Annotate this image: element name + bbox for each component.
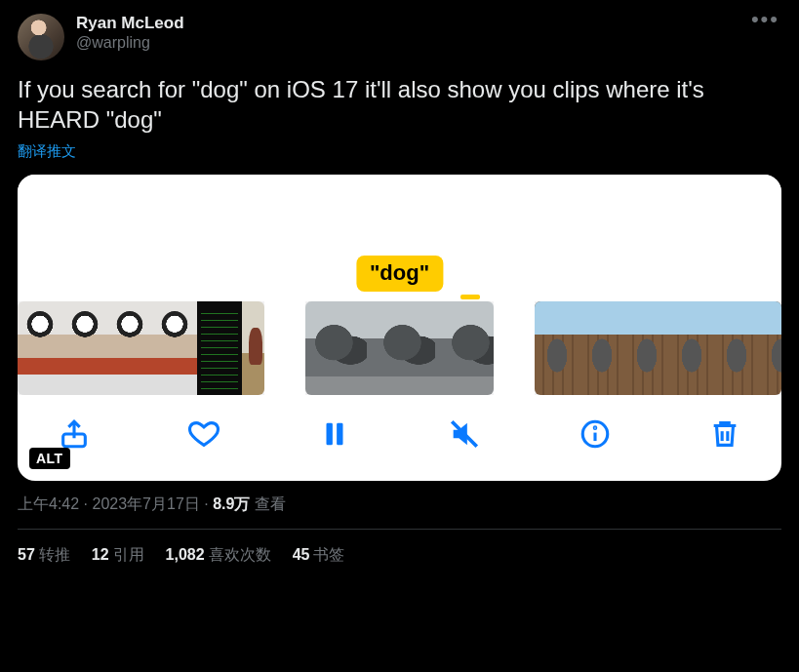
more-options-button[interactable]: ••• xyxy=(749,14,781,25)
thumbnail xyxy=(759,301,781,395)
retweets-stat[interactable]: 57转推 xyxy=(18,545,70,566)
thumbnail xyxy=(107,301,152,395)
tweet-date[interactable]: 2023年7月17日 xyxy=(92,495,199,512)
trash-icon xyxy=(708,417,741,455)
thumbnail xyxy=(18,301,62,395)
likes-stat[interactable]: 1,082喜欢次数 xyxy=(166,545,271,566)
thumbnail xyxy=(579,301,624,395)
media-preview-top: "dog" xyxy=(18,175,781,301)
pause-button[interactable] xyxy=(315,416,354,455)
tweet-meta: 上午4:42 · 2023年7月17日 · 8.9万 查看 xyxy=(18,494,781,515)
quotes-label: 引用 xyxy=(113,546,144,563)
info-button[interactable] xyxy=(576,416,615,455)
tweet-text: If you search for "dog" on iOS 17 it'll … xyxy=(18,74,781,135)
alt-badge[interactable]: ALT xyxy=(29,448,70,469)
display-name: Ryan McLeod xyxy=(76,14,749,33)
thumbnail xyxy=(305,301,374,395)
thumbnail xyxy=(152,301,197,395)
translate-link[interactable]: 翻译推文 xyxy=(18,142,781,161)
likes-count: 1,082 xyxy=(166,546,205,563)
thumbnail xyxy=(669,301,714,395)
speaker-muted-icon xyxy=(448,417,481,455)
quotes-count: 12 xyxy=(92,546,109,563)
video-filmstrip[interactable] xyxy=(18,301,781,395)
retweets-count: 57 xyxy=(18,546,35,563)
thumbnail xyxy=(535,301,579,395)
heart-icon xyxy=(187,417,220,455)
quotes-stat[interactable]: 12引用 xyxy=(92,545,144,566)
clip-gap xyxy=(264,301,305,395)
svg-point-6 xyxy=(594,427,595,428)
pause-icon xyxy=(318,417,351,455)
clip-gap xyxy=(494,301,535,395)
svg-rect-2 xyxy=(337,423,342,446)
thumbnail xyxy=(242,301,264,395)
timeline-marker xyxy=(460,295,480,299)
tweet-header: Ryan McLeod @warpling ••• xyxy=(18,14,781,60)
media-toolbar xyxy=(18,395,781,481)
handle: @warpling xyxy=(76,33,749,53)
bookmarks-stat[interactable]: 45书签 xyxy=(293,545,345,566)
thumbnail xyxy=(624,301,669,395)
author-names[interactable]: Ryan McLeod @warpling xyxy=(76,14,749,53)
search-term-pill: "dog" xyxy=(356,256,443,292)
thumbnail xyxy=(197,301,242,395)
clip-group-1[interactable] xyxy=(18,301,264,395)
tweet-time[interactable]: 上午4:42 xyxy=(18,495,79,512)
media-card[interactable]: "dog" xyxy=(18,175,781,481)
retweets-label: 转推 xyxy=(39,546,70,563)
clip-group-2[interactable] xyxy=(305,301,494,395)
clip-group-3[interactable] xyxy=(535,301,781,395)
thumbnail xyxy=(62,301,107,395)
bookmarks-count: 45 xyxy=(293,546,310,563)
mute-button[interactable] xyxy=(445,416,484,455)
tweet-container: Ryan McLeod @warpling ••• If you search … xyxy=(0,0,799,566)
avatar[interactable] xyxy=(18,14,64,60)
delete-button[interactable] xyxy=(705,416,744,455)
bookmarks-label: 书签 xyxy=(313,546,344,563)
thumbnail xyxy=(442,301,494,395)
svg-rect-1 xyxy=(326,423,332,446)
thumbnail xyxy=(714,301,759,395)
views-label: 查看 xyxy=(255,495,286,512)
likes-label: 喜欢次数 xyxy=(209,546,271,563)
info-icon xyxy=(579,417,612,455)
like-button[interactable] xyxy=(184,416,223,455)
views-count: 8.9万 xyxy=(213,495,250,512)
thumbnail xyxy=(374,301,442,395)
tweet-stats: 57转推 12引用 1,082喜欢次数 45书签 xyxy=(18,530,781,566)
